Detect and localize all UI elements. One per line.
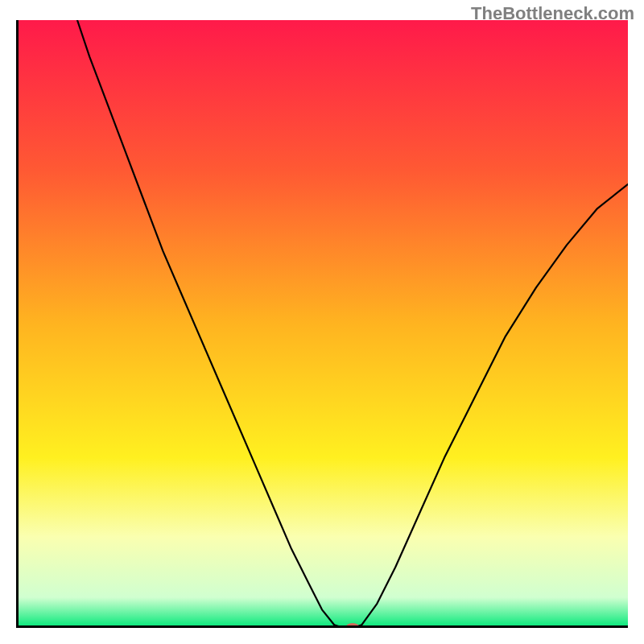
plot-area xyxy=(16,20,628,628)
gradient-background xyxy=(16,20,628,628)
watermark-text: TheBottleneck.com xyxy=(471,3,634,24)
chart-container: TheBottleneck.com xyxy=(0,0,644,644)
chart-svg xyxy=(16,20,628,628)
